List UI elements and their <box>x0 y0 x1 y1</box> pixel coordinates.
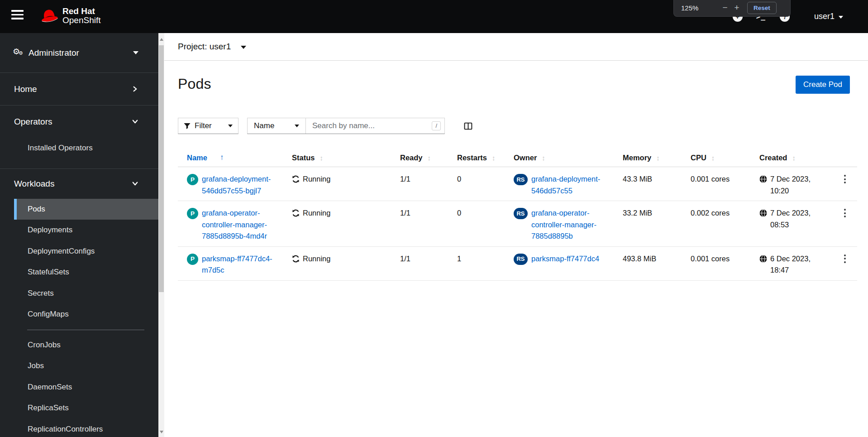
sort-ascending-icon[interactable]: ↑ <box>220 153 224 162</box>
project-selector-label: Project: user1 <box>178 42 231 52</box>
status-cell: Running <box>292 201 400 246</box>
memory-cell: 43.3 MiB <box>623 167 691 201</box>
sidebar-item-installed-operators[interactable]: Installed Operators <box>14 138 158 159</box>
user-menu[interactable]: user1 <box>814 12 843 21</box>
memory-cell: 33.2 MiB <box>623 201 691 246</box>
caret-down-icon <box>228 125 233 127</box>
created-timestamp: 7 Dec 2023, 10:20 <box>770 173 811 197</box>
pod-link[interactable]: grafana-operator-controller-manager-7885… <box>202 207 279 242</box>
column-header-restarts[interactable]: Restarts ↕ <box>457 149 514 167</box>
sidebar-item-label: Operators <box>14 117 52 127</box>
sidebar-item-statefulsets[interactable]: StatefulSets <box>14 262 158 283</box>
keyboard-shortcut-hint: / <box>432 121 441 130</box>
sidebar-item-cronjobs[interactable]: CronJobs <box>14 335 158 356</box>
sort-icon[interactable]: ↕ <box>492 154 496 162</box>
restarts-cell: 1 <box>457 247 514 280</box>
perspective-label: Administrator <box>29 48 133 58</box>
sort-icon[interactable]: ↕ <box>656 154 660 162</box>
replicaset-badge: RS <box>514 208 528 219</box>
owner-cell: RS parksmap-ff7477dc4 <box>514 247 623 280</box>
project-selector[interactable]: Project: user1 <box>178 42 246 52</box>
status-text: Running <box>303 253 330 265</box>
divider <box>27 330 144 330</box>
brand-text: Red Hat OpenShift <box>62 7 101 25</box>
kebab-menu-button[interactable] <box>833 201 857 246</box>
zoom-reset-button[interactable]: Reset <box>747 2 777 14</box>
zoom-out-button[interactable]: − <box>719 3 731 13</box>
globe-icon <box>759 209 767 217</box>
page-header: Pods Create Pod <box>178 76 850 94</box>
sidebar-item-jobs[interactable]: Jobs <box>14 355 158 377</box>
search-input[interactable] <box>312 121 432 130</box>
pod-link[interactable]: parksmap-ff7477dc4-m7d5c <box>202 253 279 276</box>
table-row: P parksmap-ff7477dc4-m7d5c Running 1/1 1… <box>178 247 857 281</box>
status-cell: Running <box>292 167 400 201</box>
sort-icon[interactable]: ↕ <box>428 154 431 162</box>
sort-icon[interactable]: ↕ <box>320 154 323 162</box>
perspective-switcher[interactable]: ⚙ ⚙ Administrator <box>0 33 158 72</box>
column-header-ready[interactable]: Ready ↕ <box>400 149 457 167</box>
content-scrollbar[interactable] <box>158 33 164 437</box>
sidebar-item-daemonsets[interactable]: DaemonSets <box>14 377 158 398</box>
scrollbar-down-arrow[interactable] <box>158 428 164 435</box>
owner-link[interactable]: grafana-deployment-546dd57c55 <box>531 173 613 197</box>
sidebar-item-label: Home <box>14 84 37 94</box>
column-header-cpu[interactable]: CPU ↕ <box>691 149 759 167</box>
column-header-created[interactable]: Created ↕ <box>759 149 833 167</box>
owner-link[interactable]: parksmap-ff7477dc4 <box>531 253 599 265</box>
status-text: Running <box>303 173 330 185</box>
sidebar-item-pods[interactable]: Pods <box>14 199 158 220</box>
list-toolbar: Filter Name / <box>178 118 868 134</box>
caret-down-icon <box>133 51 138 54</box>
column-header-status[interactable]: Status ↕ <box>292 149 400 167</box>
scrollbar-up-arrow[interactable] <box>158 36 164 43</box>
chevron-down-icon <box>839 16 843 19</box>
sidebar-item-operators[interactable]: Operators <box>0 106 158 138</box>
cpu-cell: 0.002 cores <box>691 201 759 246</box>
created-cell: 7 Dec 2023, 10:20 <box>759 167 833 201</box>
column-header-name[interactable]: Name ↑ <box>178 149 292 167</box>
sidebar-item-replicasets[interactable]: ReplicaSets <box>14 398 158 419</box>
sort-icon[interactable]: ↕ <box>711 154 715 162</box>
sidebar-item-workloads[interactable]: Workloads <box>0 169 158 199</box>
memory-cell: 493.8 MiB <box>623 247 691 280</box>
sidebar-item-replicationcontrollers[interactable]: ReplicationControllers <box>14 419 158 437</box>
sidebar-item-deployments[interactable]: Deployments <box>14 220 158 241</box>
sort-icon[interactable]: ↕ <box>792 154 796 162</box>
sidebar-nav: ⚙ ⚙ Administrator Home Operators Install… <box>0 33 158 437</box>
sidebar-item-secrets[interactable]: Secrets <box>14 283 158 304</box>
sidebar-item-deploymentconfigs[interactable]: DeploymentConfigs <box>14 241 158 262</box>
redhat-fedora-icon <box>40 6 59 25</box>
ready-cell: 1/1 <box>400 167 457 201</box>
caret-down-icon <box>241 46 246 49</box>
redhat-openshift-logo[interactable]: Red Hat OpenShift <box>40 6 101 25</box>
owner-cell: RS grafana-deployment-546dd57c55 <box>514 167 623 201</box>
owner-link[interactable]: grafana-operator-controller-manager-7885… <box>531 207 613 242</box>
pod-link[interactable]: grafana-deployment-546dd57c55-bgjl7 <box>202 173 279 197</box>
pods-table: Name ↑ Status ↕ Ready ↕ Restarts ↕ Owner… <box>178 149 857 281</box>
sidebar-item-home[interactable]: Home <box>0 73 158 105</box>
column-management-button[interactable] <box>464 122 472 130</box>
search-type-dropdown[interactable]: Name <box>248 118 306 134</box>
create-pod-button[interactable]: Create Pod <box>796 76 850 94</box>
sidebar-item-configmaps[interactable]: ConfigMaps <box>14 304 158 325</box>
search-box: / <box>306 118 444 134</box>
scrollbar-thumb[interactable] <box>159 45 164 292</box>
replicaset-badge: RS <box>514 174 528 185</box>
created-timestamp: 6 Dec 2023, 18:47 <box>770 253 811 276</box>
globe-icon <box>759 255 767 263</box>
pod-badge: P <box>187 254 198 265</box>
filter-dropdown[interactable]: Filter <box>178 118 238 134</box>
zoom-in-button[interactable]: + <box>731 3 743 13</box>
status-text: Running <box>303 207 330 219</box>
hamburger-menu-icon[interactable] <box>11 10 24 19</box>
sort-icon[interactable]: ↕ <box>542 154 545 162</box>
kebab-menu-button[interactable] <box>833 167 857 201</box>
name-cell: P grafana-operator-controller-manager-78… <box>178 201 292 246</box>
kebab-menu-button[interactable] <box>833 247 857 280</box>
column-header-owner[interactable]: Owner ↕ <box>514 149 623 167</box>
workloads-subnav: Pods Deployments DeploymentConfigs State… <box>14 199 158 437</box>
sidebar-item-label: Workloads <box>14 179 54 189</box>
page-title: Pods <box>178 76 211 92</box>
column-header-memory[interactable]: Memory ↕ <box>623 149 691 167</box>
